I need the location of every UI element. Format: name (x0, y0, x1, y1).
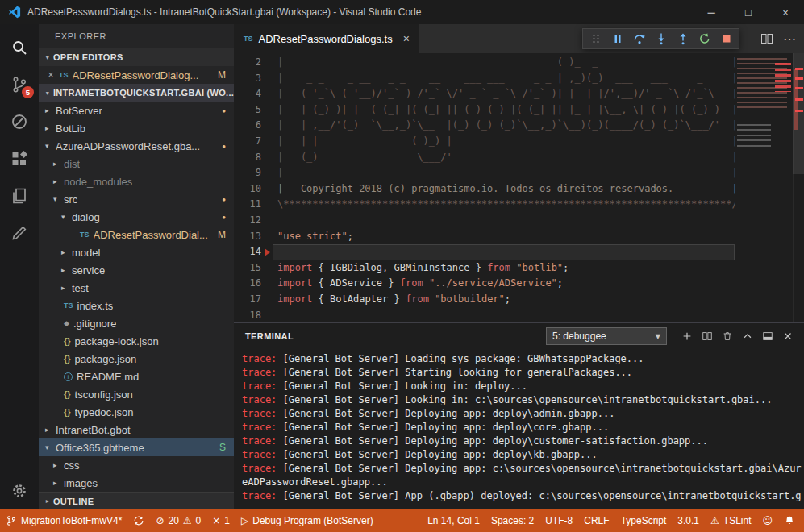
tree-item-dist[interactable]: ▸dist (39, 155, 234, 172)
stop-button[interactable] (715, 29, 737, 48)
eol-item[interactable]: CRLF (578, 509, 614, 532)
more-actions-button[interactable]: ⋯ (778, 28, 801, 49)
twisty-icon[interactable]: ▾ (45, 443, 56, 451)
problems-item[interactable]: ⊘ 20 ⚠ 0 (150, 509, 206, 532)
outline-header[interactable]: ▸ OUTLINE (39, 492, 234, 509)
tree-item-readme-md[interactable]: iREADME.md (39, 368, 234, 385)
encoding-item[interactable]: UTF-8 (539, 509, 578, 532)
feedback-item[interactable]: ☺ (756, 509, 778, 532)
explorer-activity-button[interactable] (0, 177, 39, 214)
workspace-header[interactable]: ▾ INTRANETBOTQUICKSTART.GBAI (WO... (39, 84, 234, 102)
settings-gear-button[interactable] (0, 472, 39, 509)
tree-item-azureadpasswordreset-gba-[interactable]: ▾AzureADPasswordReset.gba...● (39, 137, 234, 155)
tree-item-dialog[interactable]: ▾dialog● (39, 208, 234, 226)
code-line-12[interactable]: 12 (234, 213, 735, 229)
language-mode-item[interactable]: TypeScript (615, 509, 673, 532)
twisty-icon[interactable]: ▸ (45, 426, 56, 434)
tree-item-test[interactable]: ▸test (39, 279, 234, 297)
debug-activity-button[interactable] (0, 103, 39, 140)
code-line-17[interactable]: 17import { BotAdapter } from "botbuilder… (234, 292, 735, 308)
twisty-icon[interactable]: ▸ (53, 479, 64, 487)
maximize-panel-button[interactable] (737, 326, 757, 346)
twisty-icon[interactable]: ▸ (61, 284, 72, 292)
code-line-10[interactable]: 10| Copyright 2018 (c) pragmatismo.io. T… (234, 181, 735, 197)
twisty-icon[interactable]: ▸ (61, 248, 72, 256)
tree-item-index-ts[interactable]: TSindex.ts (39, 297, 234, 314)
tab-adresetpassworddialogs[interactable]: TS ADResetPasswordDialogs.ts × (234, 24, 419, 53)
terminal-tab[interactable]: TERMINAL (245, 331, 294, 341)
tree-item-model[interactable]: ▸model (39, 243, 234, 261)
code-line-9[interactable]: 9| | (234, 165, 735, 181)
search-activity-button[interactable] (0, 29, 39, 66)
tree-item-botserver[interactable]: ▸BotServer● (39, 102, 234, 119)
indentation-item[interactable]: Spaces: 2 (485, 509, 539, 532)
tree-item-src[interactable]: ▾src● (39, 190, 234, 208)
code-line-18[interactable]: 18 (234, 308, 735, 323)
close-panel-button[interactable] (777, 326, 798, 346)
tslint-item[interactable]: ⚠ TSLint (705, 509, 756, 532)
step-out-button[interactable] (672, 29, 694, 48)
tree-item-intranetbot-gbot[interactable]: ▸IntranetBot.gbot (39, 421, 234, 438)
code-line-3[interactable]: 3| _ _ _ __ _ _ __ ___ ___ _ _ | ,_)(_) … (234, 71, 735, 87)
pause-button[interactable] (606, 29, 628, 48)
cursor-position-item[interactable]: Ln 14, Col 1 (422, 509, 485, 532)
tree-item-service[interactable]: ▸service (39, 261, 234, 279)
twisty-icon[interactable]: ▸ (53, 177, 64, 185)
source-control-activity-button[interactable]: 5 (0, 66, 39, 103)
twisty-icon[interactable]: ▸ (61, 266, 72, 274)
twisty-icon[interactable]: ▾ (45, 142, 56, 150)
maximize-button[interactable]: □ (730, 0, 767, 24)
tree-item-images[interactable]: ▸images (39, 474, 234, 492)
git-branch-item[interactable]: MigrationToBotFmwV4* (0, 509, 127, 532)
code-line-2[interactable]: 2| ( )_ _ | (234, 55, 735, 71)
tree-item-tsconfig-json[interactable]: {}tsconfig.json (39, 385, 234, 403)
code-line-7[interactable]: 7| | | ( )_) | | (234, 134, 735, 150)
code-line-14[interactable]: 14 (234, 244, 735, 260)
code-line-6[interactable]: 6| | ,__/'(_) `\__,_)`\__ |(_) (_) (_)`\… (234, 118, 735, 134)
close-editor-icon[interactable]: × (45, 69, 56, 81)
extensions-activity-button[interactable] (0, 140, 39, 177)
ts-version-item[interactable]: 3.0.1 (672, 509, 705, 532)
split-terminal-button[interactable] (697, 326, 717, 346)
kill-terminal-button[interactable] (717, 326, 737, 346)
close-window-button[interactable]: × (767, 0, 804, 24)
code-line-13[interactable]: 13"use strict"; (234, 229, 735, 245)
code-editor[interactable]: 2| ( )_ _ |3| _ _ _ __ _ _ __ ___ ___ _ … (234, 53, 804, 322)
tree-item-office365-gbtheme[interactable]: ▾Office365.gbthemeS (39, 438, 234, 456)
restart-button[interactable] (694, 29, 715, 48)
tree-item-node-modules[interactable]: ▸node_modules (39, 172, 234, 190)
open-editors-header[interactable]: ▾ OPEN EDITORS (39, 48, 234, 66)
sync-item[interactable] (127, 509, 150, 532)
extra-counter-item[interactable]: × 1 (206, 509, 235, 532)
code-line-8[interactable]: 8| (_) \___/' | (234, 150, 735, 166)
step-into-button[interactable] (650, 29, 672, 48)
step-over-button[interactable] (628, 29, 650, 48)
overview-ruler[interactable] (793, 53, 804, 322)
notifications-item[interactable] (778, 509, 801, 532)
toggle-panel-button[interactable] (757, 326, 777, 346)
tree-item-botlib[interactable]: ▸BotLib (39, 119, 234, 137)
code-line-15[interactable]: 15import { IGBDialog, GBMinInstance } fr… (234, 260, 735, 276)
open-editor-item[interactable]: × TS ADResetPasswordDialog... M (39, 66, 234, 84)
code-line-11[interactable]: 11\*************************************… (234, 197, 735, 213)
tree-item-css[interactable]: ▸css (39, 456, 234, 474)
twisty-icon[interactable]: ▸ (53, 461, 64, 469)
minimize-button[interactable]: ─ (693, 0, 730, 24)
twisty-icon[interactable]: ▾ (61, 213, 72, 221)
split-editor-button[interactable] (756, 28, 778, 49)
twisty-icon[interactable]: ▸ (45, 106, 56, 114)
tree-item-package-lock-json[interactable]: {}package-lock.json (39, 332, 234, 350)
code-line-5[interactable]: 5| | (_) )| | ( (_| |( (_| || ( ) ( ) |(… (234, 102, 735, 118)
debug-status-item[interactable]: ▷ Debug Program (BotServer) (235, 509, 379, 532)
tab-close-icon[interactable]: × (403, 32, 410, 45)
terminal-output[interactable]: trace: [General Bot Server] Loading sys … (234, 349, 804, 509)
minimap[interactable] (735, 53, 793, 322)
tree-item-package-json[interactable]: {}package.json (39, 350, 234, 368)
toolbar-drag-handle[interactable] (585, 29, 606, 48)
twisty-icon[interactable]: ▸ (53, 160, 64, 168)
edit-activity-button[interactable] (0, 214, 39, 251)
tree-item--gitignore[interactable]: ◆.gitignore (39, 314, 234, 332)
terminal-select[interactable]: 5: debuggee ▼ (546, 327, 667, 345)
code-line-4[interactable]: 4| ( '_`\ ( '__)/'_` ) /'_` \/' _ ` _ `\… (234, 86, 735, 102)
twisty-icon[interactable]: ▾ (53, 195, 64, 203)
